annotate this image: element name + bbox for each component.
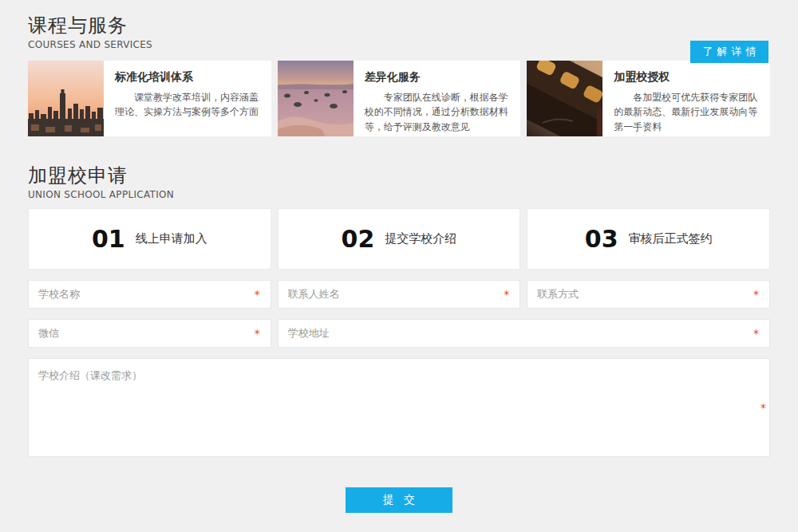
school-name-input[interactable]	[28, 280, 271, 309]
required-marker: *	[753, 289, 759, 300]
desert-dusk-image	[278, 61, 354, 136]
school-address-input[interactable]	[278, 319, 770, 348]
field-school-intro: *	[28, 358, 770, 457]
courses-title: 课程与服务	[28, 14, 770, 37]
service-card-title: 标准化培训体系	[115, 70, 263, 85]
step-card-1: 01 线上申请加入	[28, 208, 271, 270]
application-subtitle: UNION SCHOOL APPLICATION	[28, 189, 770, 200]
service-card-authorization: 加盟校授权 各加盟校可优先获得专家团队的最新动态、最新行业发展动向等第一手资料	[527, 61, 770, 136]
step-label: 提交学校介绍	[385, 231, 456, 246]
learn-more-button[interactable]: 了解详情	[690, 41, 768, 63]
service-cards-row: 标准化培训体系 课堂教学改革培训，内容涵盖理论、实操方法与案例等多个方面	[28, 61, 770, 136]
school-intro-textarea[interactable]	[28, 358, 770, 457]
field-wechat: *	[28, 319, 271, 348]
required-marker: *	[504, 289, 509, 300]
step-card-2: 02 提交学校介绍	[278, 208, 521, 270]
page: 课程与服务 COURSES AND SERVICES 了解详情	[0, 0, 798, 532]
step-number: 03	[585, 225, 618, 253]
courses-section-header: 课程与服务 COURSES AND SERVICES	[28, 14, 770, 50]
required-marker: *	[255, 289, 260, 300]
courses-subtitle: COURSES AND SERVICES	[28, 39, 770, 50]
field-school-name: *	[28, 280, 271, 309]
application-form: * * * * * *	[28, 280, 770, 457]
service-card-title: 差异化服务	[365, 70, 513, 85]
submit-button[interactable]: 提交	[346, 487, 452, 513]
film-strip-image	[527, 61, 602, 136]
step-label: 线上申请加入	[136, 231, 207, 246]
required-marker: *	[753, 328, 759, 339]
contact-name-input[interactable]	[278, 280, 521, 309]
required-marker: *	[760, 402, 766, 413]
application-title: 加盟校申请	[28, 164, 770, 187]
service-card-description: 专家团队在线诊断，根据各学校的不同情况，通过分析数据材料等，给予评测及教改意见	[365, 90, 513, 135]
service-card-title: 加盟校授权	[614, 70, 762, 85]
service-card-description: 各加盟校可优先获得专家团队的最新动态、最新行业发展动向等第一手资料	[614, 90, 762, 135]
step-number: 01	[92, 225, 125, 253]
field-school-address: *	[278, 319, 770, 348]
required-marker: *	[255, 328, 260, 339]
application-section-header: 加盟校申请 UNION SCHOOL APPLICATION	[28, 164, 770, 200]
service-card-description: 课堂教学改革培训，内容涵盖理论、实操方法与案例等多个方面	[115, 90, 263, 120]
service-card-differentiated: 差异化服务 专家团队在线诊断，根据各学校的不同情况，通过分析数据材料等，给予评测…	[278, 61, 521, 136]
service-card-training: 标准化培训体系 课堂教学改革培训，内容涵盖理论、实操方法与案例等多个方面	[28, 61, 271, 136]
field-contact-phone: *	[527, 280, 770, 309]
step-card-3: 03 审核后正式签约	[527, 208, 770, 270]
application-steps-row: 01 线上申请加入 02 提交学校介绍 03 审核后正式签约	[28, 208, 770, 270]
step-number: 02	[342, 225, 375, 253]
wechat-input[interactable]	[28, 319, 271, 348]
step-label: 审核后正式签约	[629, 231, 713, 246]
contact-phone-input[interactable]	[527, 280, 770, 309]
city-skyline-image	[28, 61, 104, 136]
field-contact-name: *	[278, 280, 521, 309]
